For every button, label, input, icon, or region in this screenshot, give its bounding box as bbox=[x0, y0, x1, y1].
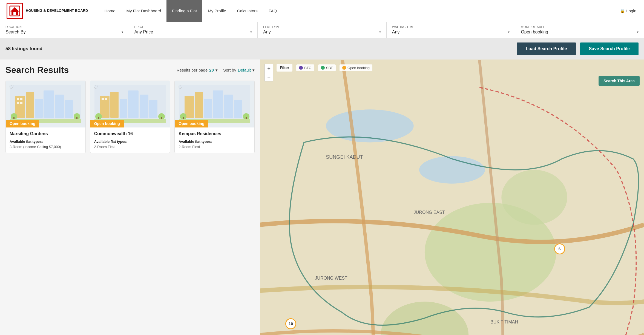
svg-point-49 bbox=[501, 170, 567, 225]
svg-rect-21 bbox=[110, 92, 119, 118]
login-button[interactable]: 🔒 Login bbox=[620, 8, 637, 13]
logo-icon bbox=[7, 3, 23, 19]
listing-card[interactable]: ♡ bbox=[5, 81, 86, 153]
nav-faq[interactable]: FAQ bbox=[263, 0, 282, 22]
svg-rect-4 bbox=[15, 96, 25, 118]
svg-rect-39 bbox=[234, 100, 242, 118]
svg-point-47 bbox=[419, 156, 485, 183]
results-per-page-label: Results per page bbox=[177, 68, 208, 72]
filter-bar: Location Search By ▾ Price Any Price ▾ F… bbox=[0, 22, 644, 38]
card-body: Kempas Residences Available flat types: … bbox=[175, 127, 254, 153]
nav-home[interactable]: Home bbox=[99, 0, 121, 22]
zoom-out-button[interactable]: − bbox=[264, 73, 273, 81]
waiting-time-filter[interactable]: Waiting Time Any ▾ bbox=[387, 22, 516, 38]
svg-rect-36 bbox=[204, 99, 212, 118]
open-booking-label: Open booking bbox=[347, 66, 370, 70]
card-image: ♡ bbox=[90, 81, 170, 127]
svg-rect-7 bbox=[44, 90, 54, 118]
svg-rect-5 bbox=[26, 92, 34, 118]
listing-card[interactable]: ♡ bbox=[90, 81, 170, 153]
card-body: Marsiling Gardens Available flat types: … bbox=[6, 127, 85, 153]
sort-by-selector[interactable]: Sort by Default ▾ bbox=[223, 68, 255, 73]
header: HOUSING & DEVELOPMENT BOARD Home My Flat… bbox=[0, 0, 644, 22]
nav-calculators[interactable]: Calculators bbox=[232, 0, 263, 22]
main-content: Search Results Results per page 20 ▾ Sor… bbox=[0, 59, 644, 335]
results-panel: Search Results Results per page 20 ▾ Sor… bbox=[0, 59, 260, 335]
svg-rect-13 bbox=[20, 102, 22, 104]
mode-of-sale-filter-value: Open booking ▾ bbox=[521, 30, 639, 35]
favorite-icon[interactable]: ♡ bbox=[177, 84, 183, 91]
open-booking-badge: Open booking bbox=[175, 120, 208, 127]
logo: HOUSING & DEVELOPMENT BOARD bbox=[7, 3, 88, 19]
results-per-page-selector[interactable]: Results per page 20 ▾ bbox=[177, 68, 218, 73]
building-illustration bbox=[94, 85, 166, 123]
card-title: Commonwealth 16 bbox=[94, 131, 166, 136]
flat-types-value: 2-Room Flexi bbox=[179, 145, 251, 149]
flat-type-filter-label: Flat Type bbox=[263, 25, 381, 29]
open-booking-dot bbox=[342, 66, 346, 70]
flat-types-label: Available flat types: bbox=[10, 140, 82, 144]
chevron-down-icon: ▾ bbox=[250, 30, 252, 34]
svg-text:JURONG EAST: JURONG EAST bbox=[414, 210, 445, 215]
nav-my-profile[interactable]: My Profile bbox=[202, 0, 232, 22]
search-action-bar: 58 listings found Load Search Profile Sa… bbox=[0, 38, 644, 59]
svg-rect-2 bbox=[13, 12, 16, 15]
svg-rect-22 bbox=[120, 99, 127, 118]
listing-cards-grid: ♡ bbox=[5, 81, 255, 153]
map-zoom-controls: + − bbox=[264, 64, 273, 81]
sbf-legend-item: SBF bbox=[318, 64, 336, 71]
map-marker[interactable]: 6 bbox=[554, 243, 565, 254]
save-search-profile-button[interactable]: Save Search Profile bbox=[580, 42, 639, 55]
logo-text: HOUSING & DEVELOPMENT BOARD bbox=[26, 8, 88, 13]
results-title: Search Results bbox=[5, 65, 69, 75]
mode-of-sale-filter[interactable]: Mode of Sale Open booking ▾ bbox=[515, 22, 644, 38]
nav-finding-a-flat[interactable]: Finding a Flat bbox=[166, 0, 202, 22]
map-svg: SUNGEI KADUT JURONG EAST JURONG WEST CLE… bbox=[260, 59, 644, 335]
flat-types-value: 2-Room Flexi bbox=[94, 145, 166, 149]
main-nav: Home My Flat Dashboard Finding a Flat My… bbox=[99, 0, 620, 22]
svg-rect-27 bbox=[105, 98, 107, 100]
open-booking-badge: Open booking bbox=[90, 120, 124, 127]
chevron-down-icon: ▾ bbox=[215, 68, 218, 73]
flat-types-label: Available flat types: bbox=[179, 140, 251, 144]
favorite-icon[interactable]: ♡ bbox=[93, 84, 99, 91]
listings-count: 58 listings found bbox=[5, 46, 42, 52]
results-header: Search Results Results per page 20 ▾ Sor… bbox=[5, 65, 255, 75]
card-image: ♡ bbox=[6, 81, 85, 127]
results-per-page-value: 20 bbox=[209, 68, 214, 72]
flat-type-filter[interactable]: Flat Type Any ▾ bbox=[258, 22, 387, 38]
bto-legend-item: BTO bbox=[296, 64, 314, 71]
svg-text:SUNGEI KADUT: SUNGEI KADUT bbox=[326, 155, 363, 160]
chevron-down-icon: ▾ bbox=[637, 30, 639, 34]
chevron-down-icon: ▾ bbox=[379, 30, 381, 34]
svg-rect-8 bbox=[55, 95, 64, 118]
search-this-area-button[interactable]: Search This Area bbox=[599, 76, 640, 86]
building-illustration bbox=[10, 85, 81, 123]
mode-of-sale-filter-label: Mode of Sale bbox=[521, 25, 639, 29]
location-filter-value: Search By ▾ bbox=[5, 30, 123, 35]
building-illustration bbox=[179, 85, 250, 123]
open-booking-badge: Open booking bbox=[6, 120, 39, 127]
map-filter-label: Filter bbox=[277, 64, 292, 72]
login-label: Login bbox=[626, 8, 636, 13]
svg-text:BUKIT TIMAH: BUKIT TIMAH bbox=[490, 319, 518, 324]
svg-rect-35 bbox=[195, 92, 203, 118]
svg-rect-11 bbox=[20, 98, 22, 100]
price-filter[interactable]: Price Any Price ▾ bbox=[129, 22, 258, 38]
zoom-in-button[interactable]: + bbox=[264, 64, 273, 73]
svg-rect-23 bbox=[128, 90, 139, 118]
svg-rect-26 bbox=[102, 98, 104, 100]
svg-rect-9 bbox=[65, 100, 73, 118]
listing-card[interactable]: ♡ Open booki bbox=[174, 81, 255, 153]
svg-rect-6 bbox=[35, 99, 43, 118]
favorite-icon[interactable]: ♡ bbox=[8, 84, 14, 91]
location-filter[interactable]: Location Search By ▾ bbox=[0, 22, 129, 38]
load-search-profile-button[interactable]: Load Search Profile bbox=[517, 42, 576, 55]
sbf-label: SBF bbox=[326, 66, 333, 70]
waiting-time-filter-label: Waiting Time bbox=[392, 25, 510, 29]
svg-rect-34 bbox=[185, 96, 194, 118]
chevron-down-icon: ▾ bbox=[252, 68, 255, 73]
nav-my-flat-dashboard[interactable]: My Flat Dashboard bbox=[121, 0, 167, 22]
map-marker[interactable]: 10 bbox=[285, 318, 296, 329]
card-body: Commonwealth 16 Available flat types: 2-… bbox=[90, 127, 170, 153]
